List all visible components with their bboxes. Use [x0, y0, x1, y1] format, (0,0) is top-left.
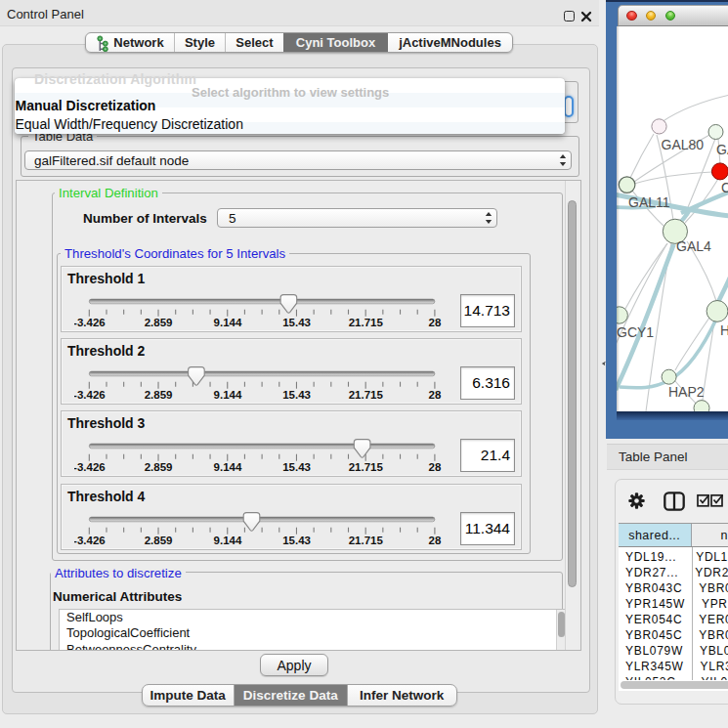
- svg-text:-3.426: -3.426: [74, 389, 106, 401]
- svg-text:GAL80: GAL80: [662, 137, 705, 152]
- svg-text:GA: GA: [716, 142, 728, 157]
- svg-text:9.144: 9.144: [214, 389, 242, 401]
- svg-text:28: 28: [429, 389, 442, 401]
- svg-text:2.859: 2.859: [145, 461, 173, 473]
- svg-text:28: 28: [429, 461, 442, 473]
- svg-text:9.144: 9.144: [214, 461, 242, 473]
- svg-text:HAP2: HAP2: [668, 384, 705, 400]
- svg-text:2.859: 2.859: [145, 317, 173, 328]
- svg-text:GAL4: GAL4: [676, 238, 711, 254]
- svg-text:C: C: [721, 180, 728, 195]
- svg-text:15.43: 15.43: [282, 535, 311, 546]
- svg-text:-3.426: -3.426: [74, 535, 106, 546]
- svg-text:21.715: 21.715: [349, 389, 384, 401]
- svg-text:21.715: 21.715: [349, 317, 384, 328]
- svg-text:28: 28: [429, 317, 442, 328]
- svg-text:GAL11: GAL11: [628, 194, 670, 210]
- svg-text:2.859: 2.859: [145, 535, 173, 546]
- svg-text:15.43: 15.43: [282, 461, 311, 473]
- svg-text:9.144: 9.144: [214, 535, 242, 546]
- svg-text:GCY1: GCY1: [617, 324, 654, 340]
- svg-text:15.43: 15.43: [282, 389, 311, 401]
- svg-text:H: H: [720, 322, 728, 338]
- svg-text:21.715: 21.715: [349, 535, 384, 546]
- svg-text:15.43: 15.43: [282, 317, 311, 328]
- svg-text:2.859: 2.859: [145, 389, 173, 401]
- svg-text:-3.426: -3.426: [74, 317, 106, 328]
- svg-text:28: 28: [429, 535, 442, 546]
- svg-text:21.715: 21.715: [349, 461, 384, 473]
- svg-text:-3.426: -3.426: [74, 461, 106, 473]
- svg-text:9.144: 9.144: [214, 317, 242, 328]
